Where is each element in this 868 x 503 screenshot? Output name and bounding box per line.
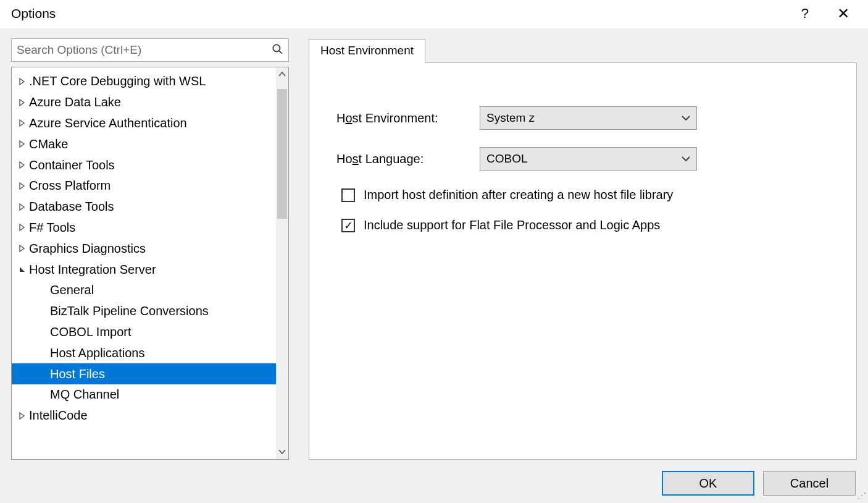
tree-item-label: Database Tools [29,200,114,214]
tree-item[interactable]: COBOL Import [12,322,276,343]
tree-item-label: F# Tools [29,221,75,235]
dialog-footer: OK Cancel [11,460,857,496]
host-environment-combo[interactable]: System z [480,106,697,130]
tree-item[interactable]: Container Tools [12,154,276,175]
host-language-value: COBOL [486,152,528,166]
svg-line-1 [279,51,282,53]
chevron-down-icon [682,154,690,164]
expander-closed-icon[interactable] [15,161,29,169]
scroll-up-icon[interactable] [278,67,286,82]
tree-item-label: General [50,283,94,297]
options-dialog: Options ? ✕ .NET Core Debugging with WSL… [0,0,868,503]
options-tree: .NET Core Debugging with WSLAzure Data L… [11,67,289,460]
tree-item[interactable]: Host Integration Server [12,259,276,280]
tree-item-label: Host Integration Server [29,263,156,277]
tree-item-label: Container Tools [29,158,115,172]
tree-item-label: COBOL Import [50,325,131,339]
tree-item[interactable]: CMake [12,133,276,154]
resize-grip-icon[interactable]: ⋰ [858,491,866,501]
tree-item-label: MQ Channel [50,387,119,402]
flatfile-checkbox-row[interactable]: ✓ Include support for Flat File Processo… [341,218,832,232]
cancel-button[interactable]: Cancel [763,471,856,496]
search-box[interactable] [11,38,289,62]
expander-closed-icon[interactable] [15,78,29,85]
expander-closed-icon[interactable] [15,224,29,231]
search-input[interactable] [17,43,272,57]
expander-closed-icon[interactable] [15,182,29,190]
scroll-down-icon[interactable] [278,445,286,459]
tree-item[interactable]: Host Applications [12,342,276,363]
import-checkbox[interactable] [341,188,355,202]
expander-closed-icon[interactable] [15,245,29,252]
host-environment-label: Host Environment: [336,111,480,125]
tree-item[interactable]: Cross Platform [12,175,276,197]
tree-item-label: .NET Core Debugging with WSL [29,74,206,88]
import-checkbox-label: Import host definition after creating a … [364,188,673,202]
expander-closed-icon[interactable] [15,99,29,106]
expander-closed-icon[interactable] [15,412,29,420]
ok-button[interactable]: OK [662,471,754,496]
left-column: .NET Core Debugging with WSLAzure Data L… [11,38,289,460]
expander-open-icon[interactable] [15,266,29,273]
tree-item[interactable]: IntelliCode [12,405,276,426]
tab-host-environment[interactable]: Host Environment [309,39,425,63]
tree-item[interactable]: Azure Data Lake [12,92,276,113]
tabstrip: Host Environment [309,38,857,62]
tree-item[interactable]: .NET Core Debugging with WSL [12,71,276,92]
close-icon[interactable]: ✕ [833,4,853,23]
tree-item[interactable]: Host Files [12,363,276,384]
titlebar: Options ? ✕ [0,0,868,28]
dialog-body: .NET Core Debugging with WSLAzure Data L… [0,28,868,503]
chevron-down-icon [682,113,690,123]
expander-closed-icon[interactable] [15,140,29,148]
right-column: Host Environment Host Environment: Syste… [309,38,857,460]
tree-item-label: CMake [29,137,68,151]
flatfile-checkbox[interactable]: ✓ [341,219,355,232]
host-environment-value: System z [486,111,535,125]
tree-scrollbar[interactable] [276,67,288,459]
tree-item[interactable]: BizTalk Pipeline Conversions [12,301,276,322]
host-language-label: Host Language: [336,152,480,166]
flatfile-checkbox-label: Include support for Flat File Processor … [364,218,660,232]
settings-panel: Host Environment: System z Host Language… [309,62,857,460]
tree-item[interactable]: F# Tools [12,218,276,239]
expander-closed-icon[interactable] [15,203,29,211]
tree-item[interactable]: Graphics Diagnostics [12,238,276,259]
help-icon[interactable]: ? [801,6,809,22]
tree-item-label: IntelliCode [29,408,88,423]
scroll-thumb[interactable] [277,89,287,219]
tree-item-label: Graphics Diagnostics [29,242,146,256]
dialog-title: Options [11,6,56,21]
tree-item-label: Host Applications [50,346,144,360]
import-checkbox-row[interactable]: Import host definition after creating a … [341,188,832,202]
tree-item[interactable]: Azure Service Authentication [12,113,276,134]
tree-item[interactable]: MQ Channel [12,384,276,405]
tree-item-label: Cross Platform [29,179,111,193]
tree-item-label: Azure Service Authentication [29,116,187,130]
svg-point-0 [273,44,280,51]
tree-item-label: Host Files [50,367,105,381]
expander-closed-icon[interactable] [15,119,29,127]
tree-item-label: Azure Data Lake [29,95,121,109]
tree-item[interactable]: Database Tools [12,197,276,218]
search-icon[interactable] [272,43,283,57]
tree-item-label: BizTalk Pipeline Conversions [50,304,209,318]
tree-item[interactable]: General [12,280,276,301]
host-language-combo[interactable]: COBOL [480,147,697,171]
